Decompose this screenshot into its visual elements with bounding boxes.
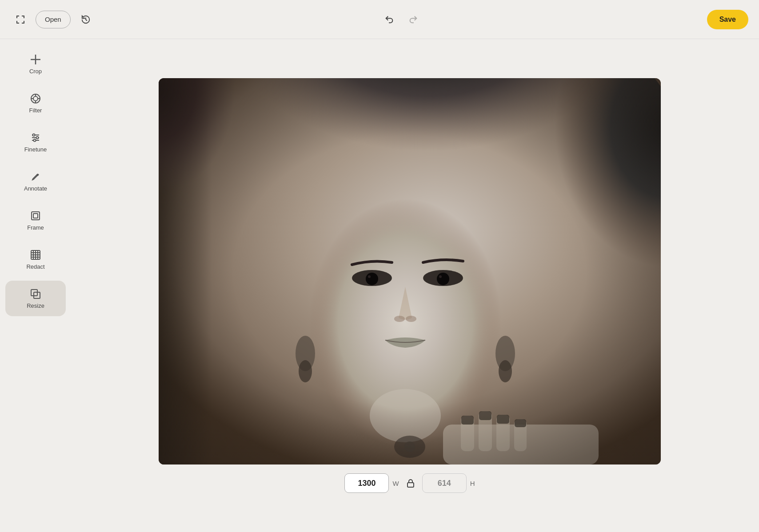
redo-button[interactable]: [403, 10, 423, 29]
width-label: W: [392, 480, 399, 487]
filter-icon: [30, 93, 41, 104]
crop-icon: [30, 54, 41, 65]
image-canvas: [159, 78, 661, 465]
sidebar-item-finetune[interactable]: Finetune: [5, 124, 66, 160]
sidebar-item-resize[interactable]: Resize: [5, 281, 66, 316]
svg-rect-56: [159, 78, 661, 465]
height-label: H: [470, 480, 475, 487]
lock-icon: [406, 478, 415, 488]
resize-label: Resize: [27, 302, 44, 309]
sidebar-item-frame[interactable]: Frame: [5, 202, 66, 238]
height-input[interactable]: [422, 473, 467, 493]
undo-icon: [384, 15, 394, 24]
undo-button[interactable]: [380, 10, 399, 29]
sidebar-item-crop[interactable]: Crop: [5, 46, 66, 82]
top-bar-center: [101, 10, 702, 29]
svg-rect-14: [32, 212, 40, 220]
main-content: Crop Filter: [0, 39, 759, 532]
redact-label: Redact: [26, 263, 44, 270]
svg-rect-57: [407, 483, 414, 487]
history-button[interactable]: [76, 10, 96, 29]
sidebar-item-redact[interactable]: Redact: [5, 242, 66, 277]
width-input[interactable]: [344, 473, 389, 493]
sidebar-item-filter[interactable]: Filter: [5, 85, 66, 121]
redo-icon: [408, 15, 418, 24]
annotate-label: Annotate: [24, 185, 47, 192]
svg-point-13: [34, 139, 36, 141]
finetune-label: Finetune: [24, 146, 47, 153]
crop-label: Crop: [29, 68, 42, 75]
sidebar: Crop Filter: [0, 39, 71, 532]
svg-rect-15: [33, 214, 38, 218]
top-bar-right: Save: [707, 10, 748, 29]
resize-icon: [30, 288, 41, 300]
open-button[interactable]: Open: [36, 11, 71, 28]
aspect-lock-button[interactable]: [403, 475, 419, 491]
frame-label: Frame: [27, 224, 44, 231]
top-bar: Open Save: [0, 0, 759, 39]
portrait-image: [159, 78, 661, 465]
fullscreen-icon: [16, 15, 25, 24]
filter-label: Filter: [29, 107, 42, 114]
history-icon: [81, 15, 91, 24]
save-button[interactable]: Save: [707, 10, 748, 29]
fullscreen-button[interactable]: [11, 10, 30, 29]
finetune-icon: [30, 132, 41, 143]
top-bar-left: Open: [11, 10, 96, 29]
redact-icon: [30, 249, 41, 261]
canvas-area: W H: [71, 39, 759, 532]
annotate-icon: [30, 171, 41, 183]
frame-icon: [30, 210, 41, 222]
svg-point-11: [33, 134, 35, 136]
svg-point-3: [33, 96, 38, 101]
bottom-controls: W H: [344, 473, 475, 493]
svg-point-12: [36, 136, 39, 139]
sidebar-item-annotate[interactable]: Annotate: [5, 163, 66, 199]
